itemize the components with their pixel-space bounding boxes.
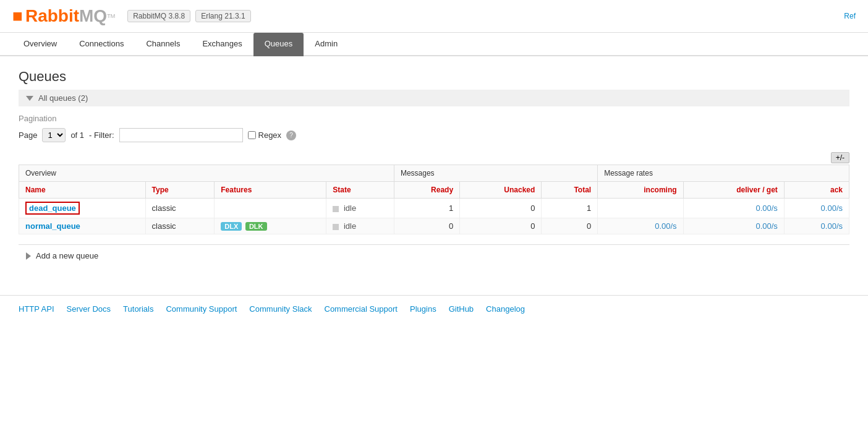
nav-channels[interactable]: Channels [135,33,191,56]
filter-text: - Filter: [89,131,114,140]
queue-total-cell: 1 [542,199,598,218]
footer-link-commercial-support[interactable]: Commercial Support [325,304,398,314]
of-text: of 1 [70,131,84,140]
state-icon [333,224,339,230]
add-queue-label: Add a new queue [36,251,98,260]
col-incoming: incoming [598,182,683,199]
rabbitmq-version-badge: RabbitMQ 3.8.8 [127,10,190,22]
queue-deliver-get-cell: 0.00/s [683,199,784,218]
col-ready: Ready [394,182,459,199]
header: ■ RabbitMQTM RabbitMQ 3.8.8 Erlang 21.3.… [0,0,868,33]
section-messages-header: Messages [394,165,597,182]
col-total: Total [542,182,598,199]
col-state: State [326,182,394,199]
col-name: Name [19,182,146,199]
regex-text: Regex [258,131,282,140]
filter-input[interactable] [119,128,243,142]
queue-state-cell: idle [326,218,394,234]
footer: HTTP API Server Docs Tutorials Community… [0,295,868,322]
queue-name-cell: normal_queue [19,218,146,234]
queue-ready-cell: 1 [394,199,459,218]
logo-tm: TM [107,13,115,19]
all-queues-section-header[interactable]: All queues (2) [19,90,849,106]
pagination-label: Pagination [19,114,849,123]
table-row: normal_queue classic DLX DLK idle 0 0 0 … [19,218,849,234]
queue-incoming-cell [598,199,683,218]
col-features: Features [215,182,326,199]
footer-link-tutorials[interactable]: Tutorials [123,304,153,314]
logo-icon: ■ [12,6,23,26]
nav-exchanges[interactable]: Exchanges [191,33,253,56]
col-unacked: Unacked [460,182,542,199]
pagination-section: Pagination Page 1 of 1 - Filter: Regex ? [19,114,849,142]
section-rates-header: Message rates [598,165,849,182]
queue-total-cell: 0 [542,218,598,234]
all-queues-label: All queues (2) [38,93,88,103]
add-queue-section: Add a new queue [19,244,849,264]
regex-checkbox[interactable] [248,131,256,139]
queue-ack-cell: 0.00/s [784,199,849,218]
queue-type-cell: classic [145,199,215,218]
queues-table: Overview Messages Message rates Name Typ… [19,165,849,234]
nav-connections[interactable]: Connections [68,33,135,56]
queues-table-container: +/- Overview Messages Message rates Name… [19,152,849,234]
queue-ack-cell: 0.00/s [784,218,849,234]
queue-name-cell: dead_queue [19,199,146,218]
badge-dlk: DLK [245,222,267,231]
nav-overview[interactable]: Overview [12,33,68,56]
page-select[interactable]: 1 [42,128,66,142]
table-header-row: +/- [19,152,849,163]
footer-link-github[interactable]: GitHub [449,304,474,314]
page-text: Page [19,131,37,140]
page-content: Queues All queues (2) Pagination Page 1 … [0,56,868,289]
nav-queues[interactable]: Queues [253,33,304,56]
add-queue-header[interactable]: Add a new queue [19,244,849,264]
regex-label: Regex [248,131,282,140]
logo-rabbit: Rabbit [25,6,79,26]
queue-type-cell: classic [145,218,215,234]
logo-mq: MQ [79,6,107,26]
state-icon [333,206,339,212]
queue-features-cell: DLX DLK [215,218,326,234]
collapse-icon [26,96,33,101]
footer-link-plugins[interactable]: Plugins [410,304,436,314]
queue-state-cell: idle [326,199,394,218]
expand-icon [26,252,31,260]
col-ack: ack [784,182,849,199]
queue-deliver-get-cell: 0.00/s [683,218,784,234]
ref-link[interactable]: Ref [844,12,856,20]
queue-name-selected: dead_queue [25,202,80,215]
badge-dlx: DLX [221,222,242,231]
queue-name-link[interactable]: normal_queue [25,221,80,231]
nav-admin[interactable]: Admin [304,33,349,56]
queue-incoming-cell: 0.00/s [598,218,683,234]
queue-name-link[interactable]: dead_queue [25,203,80,213]
section-overview-header: Overview [19,165,394,182]
queue-ready-cell: 0 [394,218,459,234]
main-nav: Overview Connections Channels Exchanges … [0,33,868,56]
erlang-version-badge: Erlang 21.3.1 [195,10,250,22]
queue-unacked-cell: 0 [460,218,542,234]
logo: ■ RabbitMQTM [12,6,115,26]
footer-link-http-api[interactable]: HTTP API [19,304,54,314]
footer-link-changelog[interactable]: Changelog [486,304,525,314]
queue-unacked-cell: 0 [460,199,542,218]
table-row: dead_queue classic idle 1 0 1 0.00/s 0.0… [19,199,849,218]
col-type: Type [145,182,215,199]
col-deliver-get: deliver / get [683,182,784,199]
footer-link-community-support[interactable]: Community Support [166,304,237,314]
page-title: Queues [19,69,849,85]
footer-link-community-slack[interactable]: Community Slack [249,304,312,314]
col-toggle-button[interactable]: +/- [831,152,849,163]
footer-link-server-docs[interactable]: Server Docs [67,304,111,314]
help-icon[interactable]: ? [286,131,296,140]
queue-state: idle [344,203,356,213]
queue-features-cell [215,199,326,218]
pagination-controls: Page 1 of 1 - Filter: Regex ? [19,128,849,142]
queue-state: idle [344,221,356,231]
